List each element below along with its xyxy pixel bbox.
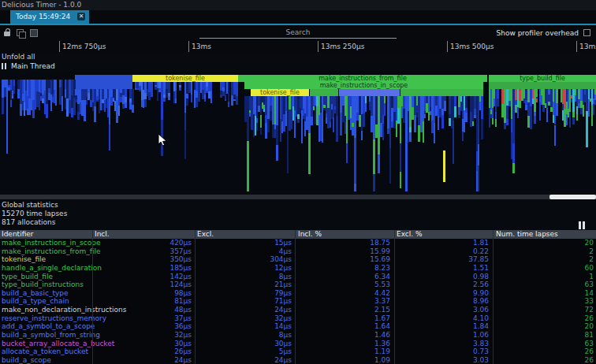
flame-frame[interactable] [10,100,12,107]
flame-frame[interactable] [276,96,278,125]
flame-frame[interactable] [497,89,499,98]
flame-frame[interactable] [336,116,338,142]
table-row[interactable]: build_a_type_chain81µs71µs3.378.9633 [0,297,596,306]
flame-frame[interactable] [497,98,499,106]
flame-frame[interactable] [576,114,578,121]
save-icon[interactable] [30,29,38,37]
table-row[interactable]: type_build_instructions124µs21µs5.532.56… [0,280,596,289]
horizontal-scrollbar[interactable] [0,195,596,199]
flame-frame[interactable] [13,80,15,86]
header-excl[interactable]: Excl. [197,230,214,239]
flame-bar-tokenise_file[interactable]: tokenise_file [251,89,309,96]
table-row[interactable]: bucket_array_allocate_a_bucket30µs30µs1.… [0,340,596,348]
flame-frame[interactable] [2,98,4,115]
flame-frame[interactable] [365,103,367,112]
flame-frame[interactable] [151,91,153,97]
lock-icon[interactable] [4,28,11,37]
scrollbar-thumb[interactable] [549,195,596,199]
flame-bar[interactable] [339,89,400,96]
flame-frame[interactable] [378,154,380,173]
flame-frame[interactable] [361,131,363,140]
flame-frame[interactable] [267,119,270,132]
flame-frame[interactable] [297,119,300,122]
flame-graph[interactable]: tokenise_filemake_instructions_from_file… [0,72,596,191]
table-row[interactable]: reserve_instructions_memory37µs32µs1.674… [0,314,596,323]
flame-frame[interactable] [572,117,575,124]
flame-frame[interactable] [301,132,303,143]
flame-frame[interactable] [373,139,375,174]
flame-frame[interactable] [260,128,262,134]
flame-frame[interactable] [536,98,538,102]
flame-frame[interactable] [132,107,134,113]
tab-close-button[interactable]: ✕ [77,13,85,20]
flame-bar[interactable] [75,75,132,89]
flame-frame[interactable] [175,82,177,91]
flame-frame[interactable] [322,111,323,143]
header-num-time-lapses[interactable]: Num. time lapses [496,230,558,239]
flame-frame[interactable] [384,96,386,103]
flame-bar[interactable] [310,89,338,96]
flame-frame[interactable] [6,110,8,154]
flame-frame[interactable] [569,112,571,128]
flame-frame[interactable] [354,138,356,184]
main-thread-row[interactable]: Main Thread [2,62,55,71]
flame-frame[interactable] [333,117,334,132]
flame-frame[interactable] [204,98,206,101]
flame-frame[interactable] [556,103,558,111]
flame-frame[interactable] [478,165,479,191]
header-identifier[interactable]: Identifier [2,230,34,239]
flame-frame[interactable] [441,115,444,128]
flame-frame[interactable] [336,96,338,116]
flame-frame[interactable] [46,112,48,118]
flame-frame[interactable] [228,102,229,107]
flame-frame[interactable] [506,106,508,119]
flame-frame[interactable] [191,82,192,95]
flame-frame[interactable] [506,119,508,125]
pause-button[interactable] [579,221,587,229]
table-row[interactable]: make_non_declaration_instructions48µs24µ… [0,306,596,314]
flame-frame[interactable] [554,125,556,146]
flame-frame[interactable] [492,118,494,124]
table-row[interactable]: add_a_symbol_to_a_scope36µs14µs1.641.842… [0,322,596,331]
flame-frame[interactable] [157,94,158,101]
flame-frame[interactable] [495,112,497,119]
flame-frame[interactable] [55,89,57,106]
flame-frame[interactable] [151,82,153,91]
flame-bar[interactable] [489,82,596,89]
flame-frame[interactable] [184,113,186,130]
flame-frame[interactable] [94,106,96,122]
flame-frame[interactable] [287,132,289,173]
flame-frame[interactable] [382,124,384,141]
table-row[interactable]: type_build_file142µs8µs6.340.981 [0,273,596,281]
flame-frame[interactable] [405,190,408,191]
flame-frame[interactable] [125,89,127,97]
flame-frame[interactable] [384,103,386,116]
flame-frame[interactable] [46,104,48,112]
flame-frame[interactable] [168,82,170,93]
flame-frame[interactable] [198,95,200,102]
flame-frame[interactable] [454,106,456,117]
flame-frame[interactable] [530,106,532,130]
table-row[interactable]: make_instructions_from_file357µs4µs15.99… [0,247,596,256]
flame-frame[interactable] [210,82,212,91]
flame-frame[interactable] [465,113,467,123]
tab-today[interactable]: Today 15:49:24 ✕ [10,10,89,24]
flame-frame[interactable] [256,123,258,131]
flame-frame[interactable] [373,174,375,191]
flame-frame[interactable] [118,106,120,115]
table-row[interactable]: build_a_basic_type98µs79µs4.429.9014 [0,289,596,298]
search-input[interactable] [199,27,397,39]
flame-frame[interactable] [593,104,594,115]
flame-frame[interactable] [125,97,127,102]
flame-frame[interactable] [409,132,412,142]
table-row[interactable]: allocate_a_token_bucket26µs5µs1.190.7326 [0,347,596,356]
flame-frame[interactable] [536,89,538,97]
flame-bar-type_build_file[interactable]: type_build_file [489,75,596,82]
flame-frame[interactable] [424,114,426,118]
flame-frame[interactable] [465,96,467,108]
table-row[interactable]: make_instructions_in_scope420µs15µs18.75… [0,239,596,247]
flame-frame[interactable] [389,148,391,184]
header-incl-pct[interactable]: Incl. % [298,230,322,239]
flame-frame[interactable] [492,108,494,118]
flame-frame[interactable] [453,121,454,164]
